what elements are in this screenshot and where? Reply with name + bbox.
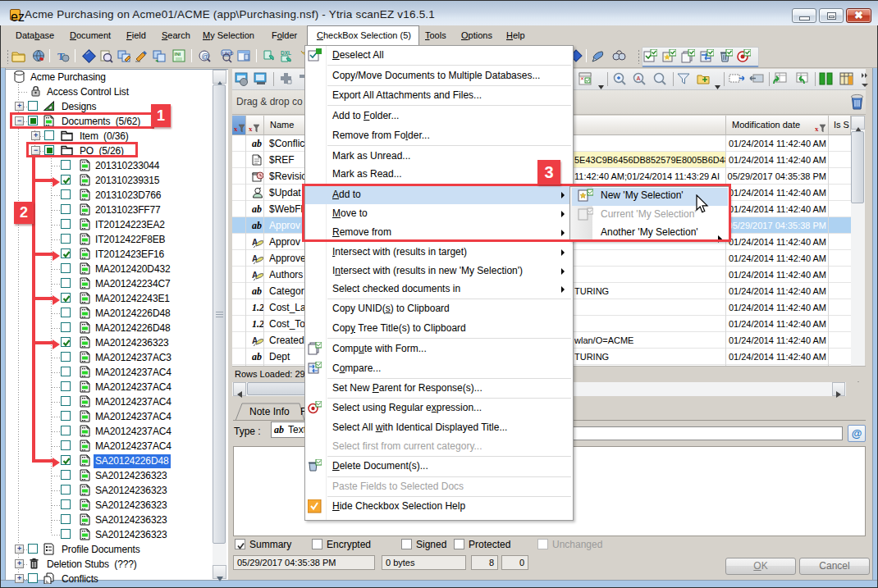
svg-text:A: A (637, 75, 641, 81)
svg-text:INI: INI (175, 52, 181, 57)
svg-text:x: x (234, 125, 238, 133)
svg-text:x: x (815, 125, 819, 133)
svg-text:x: x (249, 125, 253, 133)
svg-text:DXL: DXL (281, 50, 291, 56)
svg-text:✕: ✕ (580, 76, 584, 81)
